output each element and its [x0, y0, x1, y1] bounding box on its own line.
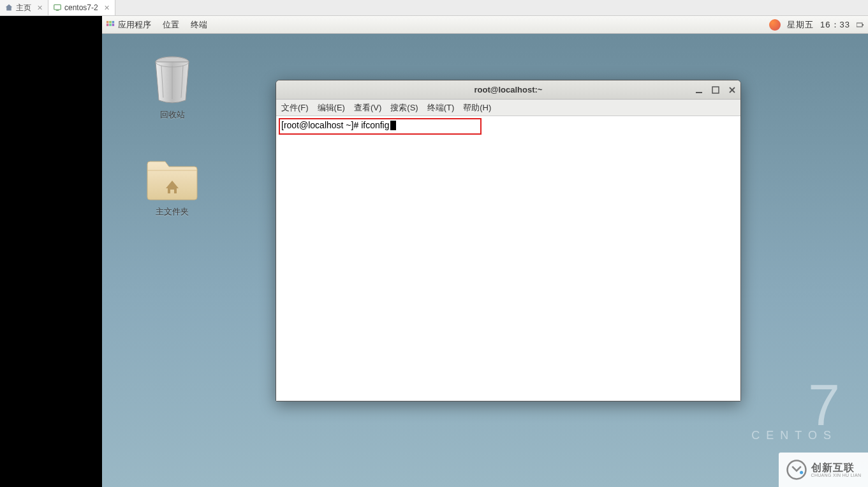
svg-rect-2 — [107, 20, 109, 23]
centos-version: 7 — [751, 377, 837, 434]
cursor — [390, 121, 396, 130]
close-icon[interactable]: ✕ — [37, 4, 43, 12]
watermark-text-en: CHUANG XIN HU LIAN — [811, 473, 862, 477]
tray-app-icon[interactable] — [769, 19, 781, 31]
applications-menu[interactable]: 应用程序 — [106, 19, 151, 31]
menu-terminal[interactable]: 终端(T) — [427, 102, 455, 114]
trash-bin-icon — [150, 54, 195, 105]
menu-edit[interactable]: 编辑(E) — [318, 102, 345, 114]
home-folder-label: 主文件夹 — [156, 206, 189, 218]
svg-rect-1 — [56, 10, 59, 11]
tab-vm-label: centos7-2 — [64, 3, 98, 12]
svg-rect-5 — [107, 24, 109, 26]
home-folder-icon[interactable]: 主文件夹 — [140, 155, 204, 218]
vmware-tab-bar: 主页 ✕ centos7-2 ✕ — [0, 0, 868, 16]
svg-rect-3 — [109, 20, 112, 23]
minimize-button[interactable] — [695, 86, 703, 94]
places-menu[interactable]: 位置 — [163, 19, 179, 31]
svg-rect-8 — [857, 23, 862, 27]
monitor-icon — [54, 4, 61, 11]
terminal-body[interactable]: [root@localhost ~]# ifconfig — [276, 116, 740, 401]
menu-file[interactable]: 文件(F) — [281, 102, 309, 114]
desktop-icons-area: 回收站 主文件夹 — [140, 54, 204, 218]
close-icon[interactable]: ✕ — [104, 4, 110, 12]
svg-rect-4 — [112, 20, 115, 23]
applications-label: 应用程序 — [118, 19, 151, 31]
svg-rect-16 — [712, 87, 719, 93]
watermark-logo-icon — [786, 459, 807, 481]
terminal-window[interactable]: root@localhost:~ 文件(F) 编辑(E) 查看(V) 搜索(S)… — [276, 80, 741, 401]
svg-rect-9 — [862, 24, 864, 26]
watermark: 创新互联 CHUANG XIN HU LIAN — [779, 453, 868, 487]
tab-vm-centos[interactable]: centos7-2 ✕ — [48, 0, 115, 15]
terminal-prompt: [root@localhost ~]# — [281, 120, 361, 130]
svg-rect-0 — [54, 5, 61, 10]
desktop: 应用程序 位置 终端 星期五 16：33 回收站 — [102, 16, 868, 487]
terminal-title: root@localhost:~ — [474, 85, 543, 94]
terminal-menu[interactable]: 终端 — [191, 19, 207, 31]
svg-rect-6 — [109, 24, 112, 26]
watermark-text-cn: 创新互联 — [811, 463, 862, 473]
clock-day[interactable]: 星期五 — [787, 19, 814, 31]
trash-icon[interactable]: 回收站 — [140, 54, 204, 121]
terminal-menubar: 文件(F) 编辑(E) 查看(V) 搜索(S) 终端(T) 帮助(H) — [276, 100, 740, 116]
clock-time[interactable]: 16：33 — [820, 19, 850, 31]
trash-label: 回收站 — [160, 109, 185, 121]
svg-rect-7 — [112, 24, 115, 26]
close-button[interactable] — [728, 86, 737, 94]
terminal-command: ifconfig — [361, 120, 389, 130]
maximize-button[interactable] — [711, 86, 720, 94]
indicator-icon[interactable] — [857, 22, 864, 28]
menu-view[interactable]: 查看(V) — [354, 102, 381, 114]
gnome-top-panel: 应用程序 位置 终端 星期五 16：33 — [102, 16, 868, 34]
centos-name: CENTOS — [751, 429, 837, 442]
menu-help[interactable]: 帮助(H) — [463, 102, 491, 114]
centos-branding: 7 CENTOS — [751, 377, 837, 442]
menu-search[interactable]: 搜索(S) — [390, 102, 418, 114]
home-icon — [5, 4, 13, 11]
svg-point-20 — [800, 471, 803, 474]
terminal-titlebar[interactable]: root@localhost:~ — [276, 80, 740, 100]
apps-icon — [106, 20, 115, 29]
tab-home-label: 主页 — [16, 3, 31, 13]
folder-icon — [145, 155, 200, 202]
tab-home[interactable]: 主页 ✕ — [0, 0, 48, 15]
